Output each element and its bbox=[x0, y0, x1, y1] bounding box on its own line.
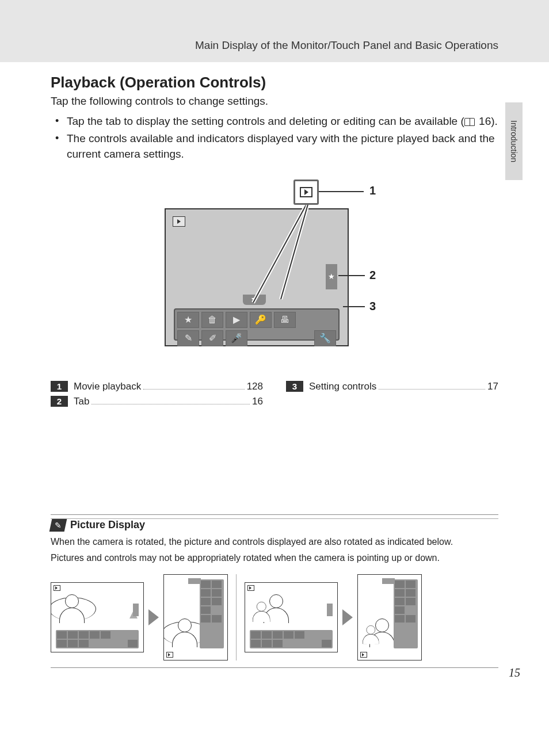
thumb-landscape-people bbox=[245, 582, 338, 652]
controls-panel bbox=[250, 630, 333, 648]
note-title: Picture Display bbox=[70, 519, 145, 531]
slideshow-icon[interactable]: ▶ bbox=[226, 312, 247, 328]
note-section: ✎ Picture Display When the camera is rot… bbox=[51, 514, 498, 668]
section-heading: Playback (Operation Controls) bbox=[51, 74, 498, 91]
playback-mode-icon bbox=[173, 216, 185, 227]
setting-controls-panel: ★ 🗑 ▶ 🔑 🖶 ✎ ✐ 🎤 🔧 bbox=[174, 308, 340, 341]
setup-icon[interactable]: 🔧 bbox=[314, 330, 336, 346]
paint-icon[interactable]: ✎ bbox=[177, 330, 199, 346]
movie-playback-callout-icon bbox=[293, 180, 319, 205]
chapter-side-label: Introduction bbox=[509, 120, 518, 162]
legend-row: 3 Setting controls 17 bbox=[286, 381, 498, 392]
bullet-item: The controls available and indicators di… bbox=[51, 131, 498, 162]
section-intro: Tap the following controls to change set… bbox=[51, 95, 498, 108]
legend-row: 2 Tab 16 bbox=[51, 396, 263, 407]
voice-memo-icon[interactable]: 🎤 bbox=[226, 330, 247, 346]
arrow-icon bbox=[148, 609, 159, 625]
legend-page: 16 bbox=[252, 396, 263, 407]
retouch-icon[interactable]: ✐ bbox=[201, 330, 223, 346]
thumb-portrait-people bbox=[357, 574, 422, 660]
page-number: 15 bbox=[509, 666, 520, 679]
tab-pulldown[interactable] bbox=[243, 295, 266, 305]
legend-badge: 3 bbox=[286, 381, 303, 392]
chapter-side-tab: Introduction bbox=[505, 102, 523, 180]
legend-col-right: 3 Setting controls 17 bbox=[286, 381, 498, 411]
arrow-icon bbox=[342, 609, 353, 625]
callout-number-3: 3 bbox=[369, 300, 376, 313]
legend-row: 1 Movie playback 128 bbox=[51, 381, 263, 392]
legend-badge: 1 bbox=[51, 381, 68, 392]
thumb-landscape-scene bbox=[51, 582, 144, 652]
tab-handle bbox=[327, 604, 333, 616]
note-paragraph: When the camera is rotated, the picture … bbox=[51, 535, 498, 549]
page-header: Main Display of the Monitor/Touch Panel … bbox=[0, 0, 549, 62]
bullet-item: Tap the tab to display the setting contr… bbox=[51, 113, 498, 129]
play-icon bbox=[300, 187, 312, 197]
legend-badge: 2 bbox=[51, 396, 68, 407]
tab-handle bbox=[133, 604, 139, 616]
rotation-figure bbox=[51, 574, 498, 660]
protect-icon[interactable]: 🔑 bbox=[250, 312, 272, 328]
controls-panel bbox=[56, 630, 139, 648]
rating-icon[interactable]: ★ bbox=[177, 312, 199, 328]
trash-icon[interactable]: 🗑 bbox=[201, 312, 223, 328]
play-icon bbox=[54, 585, 60, 591]
main-diagram: 1 ★ ★ 🗑 ▶ 🔑 🖶 ✎ ✐ bbox=[51, 180, 498, 352]
legend-col-left: 1 Movie playback 128 2 Tab 16 bbox=[51, 381, 263, 411]
thumb-portrait-scene bbox=[163, 574, 228, 660]
play-icon bbox=[247, 585, 254, 591]
legend-page: 17 bbox=[487, 381, 498, 392]
camera-screen: ★ ★ 🗑 ▶ 🔑 🖶 ✎ ✐ 🎤 🔧 bbox=[165, 208, 349, 346]
controls-panel bbox=[200, 579, 224, 648]
callout-number-1: 1 bbox=[369, 184, 376, 197]
legend-page: 128 bbox=[247, 381, 263, 392]
pencil-note-icon: ✎ bbox=[49, 519, 67, 532]
legend-label: Movie playback bbox=[74, 381, 141, 392]
controls-panel bbox=[394, 579, 418, 648]
tab-handle[interactable]: ★ bbox=[326, 264, 337, 289]
print-icon[interactable]: 🖶 bbox=[274, 312, 296, 328]
page-content: Playback (Operation Controls) Tap the fo… bbox=[0, 74, 549, 691]
legend-label: Tab bbox=[74, 396, 89, 407]
book-icon bbox=[464, 118, 475, 126]
play-icon bbox=[360, 652, 367, 658]
note-paragraph: Pictures and controls may not be appropr… bbox=[51, 551, 498, 565]
legend: 1 Movie playback 128 2 Tab 16 3 Setting … bbox=[51, 381, 498, 411]
note-header: ✎ Picture Display bbox=[51, 518, 498, 532]
bullet-list: Tap the tab to display the setting contr… bbox=[51, 113, 498, 162]
legend-label: Setting controls bbox=[309, 381, 376, 392]
callout-number-2: 2 bbox=[369, 269, 376, 282]
play-icon bbox=[166, 652, 173, 658]
header-title: Main Display of the Monitor/Touch Panel … bbox=[195, 39, 498, 52]
